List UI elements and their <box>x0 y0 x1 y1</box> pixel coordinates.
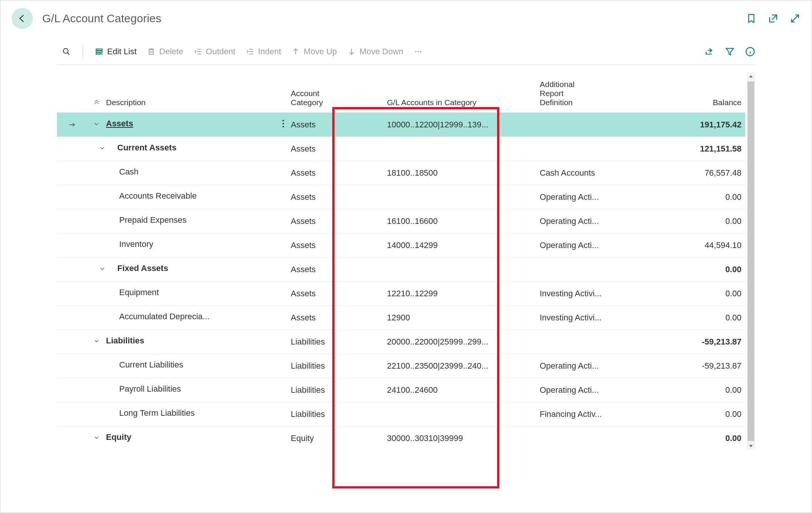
row-report-definition: Cash Accounts <box>540 168 640 178</box>
move-down-label: Move Down <box>359 47 403 57</box>
open-in-new-icon[interactable] <box>768 13 778 24</box>
chevron-down-icon[interactable] <box>93 337 100 346</box>
table-row[interactable]: LiabilitiesLiabilities20000..22000|25999… <box>57 329 745 354</box>
row-balance: 0.00 <box>640 385 745 395</box>
info-icon[interactable] <box>745 47 755 57</box>
table-row[interactable]: EquityEquity30000..30310|399990.00 <box>57 426 745 450</box>
row-balance: -59,213.87 <box>640 361 745 371</box>
header-report-definition[interactable]: Additional Report Definition <box>540 80 640 107</box>
svg-rect-4 <box>149 49 153 54</box>
row-description: Inventory <box>106 239 153 249</box>
row-description: Prepaid Expenses <box>106 215 187 225</box>
row-report-definition: Operating Acti... <box>540 361 640 371</box>
vertical-scrollbar[interactable] <box>747 72 755 450</box>
row-gl-accounts: 12900 <box>387 313 540 323</box>
row-category: Liabilities <box>291 385 387 395</box>
edit-list-button[interactable]: Edit List <box>90 44 142 59</box>
table-row[interactable]: Accumulated Deprecia...Assets12900Invest… <box>57 305 745 329</box>
chevron-down-icon[interactable] <box>93 120 100 129</box>
move-down-button[interactable]: Move Down <box>342 44 408 59</box>
indent-label: Indent <box>258 47 281 57</box>
row-description: Long Term Liabilities <box>106 408 195 418</box>
table-row[interactable]: Long Term LiabilitiesLiabilitiesFinancin… <box>57 402 745 426</box>
row-balance: 44,594.10 <box>640 240 745 250</box>
scroll-down-button[interactable] <box>747 442 755 450</box>
row-balance: 76,557.48 <box>640 168 745 178</box>
svg-point-9 <box>282 120 284 121</box>
row-description: Equipment <box>106 288 159 297</box>
table-row[interactable]: Current LiabilitiesLiabilities22100..235… <box>57 354 745 378</box>
indent-button[interactable]: Indent <box>241 44 286 59</box>
back-button[interactable] <box>12 8 33 29</box>
row-balance: 121,151.58 <box>640 144 745 154</box>
header-balance[interactable]: Balance <box>640 98 745 107</box>
svg-rect-3 <box>96 53 100 54</box>
table-row[interactable]: CashAssets18100..18500Cash Accounts76,55… <box>57 161 745 185</box>
svg-point-11 <box>282 126 284 127</box>
row-menu-button[interactable] <box>282 121 284 130</box>
table-row[interactable]: EquipmentAssets12210..12299Investing Act… <box>57 281 745 305</box>
row-category: Liabilities <box>291 337 387 347</box>
ellipsis-icon <box>414 47 422 56</box>
arrow-up-icon <box>292 47 300 56</box>
svg-point-5 <box>415 51 416 52</box>
row-report-definition: Operating Acti... <box>540 240 640 250</box>
outdent-button[interactable]: Outdent <box>189 44 241 59</box>
search-icon <box>62 47 71 56</box>
expand-icon[interactable] <box>790 13 800 24</box>
row-balance: 0.00 <box>640 265 745 274</box>
header-description[interactable]: Description <box>106 98 276 107</box>
row-category: Liabilities <box>291 409 387 419</box>
row-balance: 0.00 <box>640 433 745 443</box>
table-row[interactable]: InventoryAssets14000..14299Operating Act… <box>57 233 745 257</box>
outdent-icon <box>194 47 202 56</box>
table-row[interactable]: Current AssetsAssets121,151.58 <box>57 136 745 161</box>
search-button[interactable] <box>57 45 76 58</box>
more-actions-button[interactable] <box>409 45 428 58</box>
chevron-down-icon[interactable] <box>93 433 100 443</box>
arrow-down-icon <box>347 47 356 56</box>
filter-icon[interactable] <box>725 47 735 57</box>
table-row[interactable]: Fixed AssetsAssets0.00 <box>57 257 745 281</box>
row-selector-arrow-icon <box>68 122 76 127</box>
header-gl-accounts[interactable]: G/L Accounts in Category <box>387 98 540 107</box>
delete-button[interactable]: Delete <box>142 44 189 59</box>
share-icon[interactable] <box>705 47 714 57</box>
scroll-up-button[interactable] <box>747 72 755 81</box>
row-report-definition: Operating Acti... <box>540 216 640 226</box>
row-category: Assets <box>291 168 387 178</box>
table-row[interactable]: Accounts ReceivableAssetsOperating Acti.… <box>57 185 745 209</box>
svg-point-6 <box>418 51 419 52</box>
row-category: Assets <box>291 144 387 154</box>
chevron-down-icon[interactable] <box>99 144 106 153</box>
svg-point-0 <box>63 48 68 53</box>
row-balance: 0.00 <box>640 289 745 299</box>
row-gl-accounts: 20000..22000|25999..299... <box>387 337 540 347</box>
row-balance: 0.00 <box>640 192 745 202</box>
move-up-label: Move Up <box>304 47 337 57</box>
row-description: Equity <box>106 432 131 442</box>
row-report-definition: Investing Activi... <box>540 289 640 299</box>
move-up-button[interactable]: Move Up <box>286 44 342 59</box>
chevron-down-icon[interactable] <box>99 265 106 274</box>
edit-list-label: Edit List <box>107 47 137 57</box>
row-category: Assets <box>291 289 387 299</box>
svg-point-7 <box>420 51 421 52</box>
row-balance: 0.00 <box>640 313 745 323</box>
row-gl-accounts: 22100..23500|23999..240... <box>387 361 540 371</box>
table-row[interactable]: AssetsAssets10000..12200|12999..139...19… <box>57 112 745 136</box>
table-row[interactable]: Prepaid ExpensesAssets16100..16600Operat… <box>57 209 745 233</box>
row-balance: 0.00 <box>640 409 745 419</box>
table-row[interactable]: Payroll LiabilitiesLiabilities24100..246… <box>57 378 745 402</box>
bookmark-icon[interactable] <box>746 13 757 24</box>
delete-label: Delete <box>159 47 183 57</box>
indent-icon <box>246 47 254 56</box>
row-description: Current Assets <box>106 143 177 153</box>
edit-list-icon <box>95 47 103 56</box>
row-report-definition: Financing Activ... <box>540 409 640 419</box>
scrollbar-thumb[interactable] <box>748 81 754 441</box>
row-category: Equity <box>291 433 387 443</box>
row-description: Liabilities <box>106 336 144 346</box>
collapse-all-button[interactable] <box>93 98 100 107</box>
header-account-category[interactable]: Account Category <box>291 89 387 107</box>
